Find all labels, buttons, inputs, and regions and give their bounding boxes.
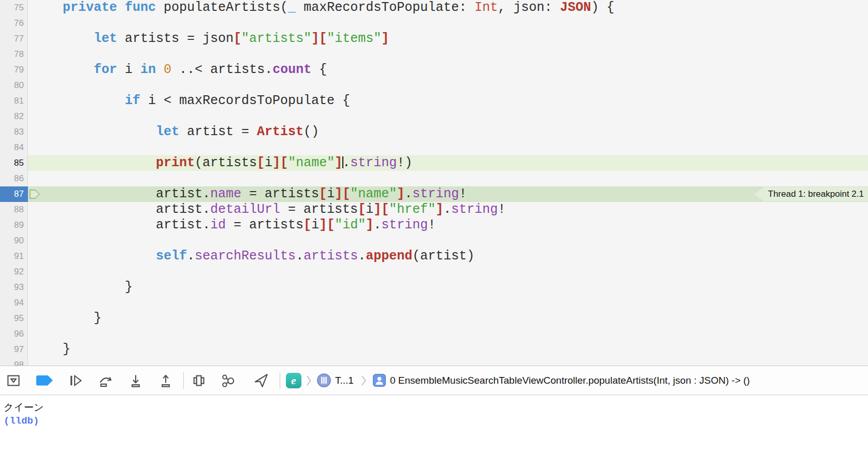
line-number[interactable]: 94: [0, 295, 28, 311]
code-line-77[interactable]: 77 let artists = json["artists"]["items"…: [0, 31, 868, 47]
code-line-83[interactable]: 83 let artist = Artist(): [0, 124, 868, 140]
code-text: print(artists[i]["name"].string!): [28, 155, 868, 171]
code-line-86[interactable]: 86: [0, 171, 868, 186]
code-text: }: [28, 280, 868, 295]
code-text: [28, 233, 868, 249]
code-line-98[interactable]: 98: [0, 357, 868, 366]
hide-debug-area-button[interactable]: [4, 370, 23, 391]
line-number[interactable]: 83: [0, 124, 28, 140]
stack-frame-label: 0 EnsembleMusicSearchTableViewController…: [390, 375, 750, 386]
app-icon-letter: e: [291, 374, 296, 387]
code-line-89[interactable]: 89 artist.id = artists[i]["id"].string!: [0, 217, 868, 233]
code-line-79[interactable]: 79 for i in 0 ..< artists.count {: [0, 62, 868, 78]
code-line-87[interactable]: 87 artist.name = artists[i]["name"].stri…: [0, 186, 868, 202]
lldb-prompt: (lldb): [4, 414, 868, 428]
line-number[interactable]: 76: [0, 16, 28, 31]
code-line-95[interactable]: 95 }: [0, 311, 868, 326]
chevron-right-icon: [360, 375, 367, 386]
code-line-81[interactable]: 81 if i < maxRecordsToPopulate {: [0, 93, 868, 109]
line-number[interactable]: 91: [0, 249, 28, 264]
breakpoint-marker[interactable]: 87: [0, 186, 28, 202]
code-line-91[interactable]: 91 self.searchResults.artists.append(art…: [0, 249, 868, 264]
line-number[interactable]: 90: [0, 233, 28, 249]
code-text: for i in 0 ..< artists.count {: [28, 62, 868, 78]
debug-bar: e T...1 0 EnsembleMusicSearchTableViewCo…: [0, 366, 868, 395]
code-text: [28, 171, 868, 186]
step-over-button[interactable]: [96, 370, 115, 391]
code-line-88[interactable]: 88 artist.detailUrl = artists[i]["href"]…: [0, 202, 868, 217]
code-text: let artists = json["artists"]["items"]: [28, 31, 868, 47]
code-line-76[interactable]: 76: [0, 16, 868, 31]
line-number[interactable]: 81: [0, 93, 28, 109]
code-text: [28, 295, 868, 311]
process-jump-item[interactable]: e: [286, 373, 301, 388]
code-text: let artist = Artist(): [28, 124, 868, 140]
code-line-75[interactable]: 75 private func populateArtists(_ maxRec…: [0, 0, 868, 16]
code-text: [28, 109, 868, 124]
line-number[interactable]: 97: [0, 342, 28, 357]
line-number[interactable]: 78: [0, 47, 28, 62]
toolbar-divider: [183, 372, 184, 389]
line-number[interactable]: 80: [0, 78, 28, 93]
step-over-icon: [97, 373, 114, 388]
line-number[interactable]: 89: [0, 217, 28, 233]
line-number[interactable]: 84: [0, 140, 28, 155]
step-out-button[interactable]: [156, 370, 175, 391]
code-line-78[interactable]: 78: [0, 47, 868, 62]
breakpoint-annotation[interactable]: Thread 1: breakpoint 2.1: [755, 187, 868, 201]
code-text: self.searchResults.artists.append(artist…: [28, 249, 868, 264]
simulate-location-button[interactable]: [252, 370, 270, 391]
breakpoints-toggle-button[interactable]: [35, 370, 54, 391]
code-text: [28, 140, 868, 155]
code-line-96[interactable]: 96: [0, 326, 868, 342]
location-arrow-icon: [253, 373, 269, 388]
stack-frame-jump-item[interactable]: 0 EnsembleMusicSearchTableViewController…: [372, 373, 750, 387]
line-number[interactable]: 86: [0, 171, 28, 186]
debug-view-hierarchy-button[interactable]: [190, 370, 208, 391]
code-line-84[interactable]: 84: [0, 140, 868, 155]
code-text: [28, 78, 868, 93]
line-number[interactable]: 96: [0, 326, 28, 342]
console-output-line: クイーン: [4, 400, 868, 414]
code-text: [28, 326, 868, 342]
memory-graph-icon: [220, 373, 236, 388]
code-line-90[interactable]: 90: [0, 233, 868, 249]
app-icon: e: [286, 373, 301, 388]
code-text: }: [28, 342, 868, 357]
thread-label: T...1: [335, 375, 354, 386]
code-text: if i < maxRecordsToPopulate {: [28, 93, 868, 109]
view-hierarchy-icon: [191, 373, 207, 388]
line-number[interactable]: 93: [0, 280, 28, 295]
debug-console[interactable]: クイーン (lldb): [0, 395, 868, 465]
continue-execution-button[interactable]: [66, 370, 85, 391]
code-text: private func populateArtists(_ maxRecord…: [28, 0, 868, 16]
line-number[interactable]: 85: [0, 155, 28, 171]
thread-jump-item[interactable]: T...1: [316, 373, 354, 388]
code-text: artist.name = artists[i]["name"].string!: [28, 186, 868, 202]
line-number[interactable]: 98: [0, 357, 28, 366]
code-line-85[interactable]: 85 print(artists[i]["name"].string!): [0, 155, 868, 171]
line-number[interactable]: 75: [0, 0, 28, 16]
code-line-92[interactable]: 92: [0, 264, 868, 280]
code-text: [28, 16, 868, 31]
hide-debug-area-icon: [6, 373, 21, 388]
line-number[interactable]: 77: [0, 31, 28, 47]
thread-icon: [316, 373, 331, 388]
debug-memory-graph-button[interactable]: [219, 370, 237, 391]
stack-frame-person-icon: [372, 373, 386, 387]
line-number[interactable]: 95: [0, 311, 28, 326]
code-line-80[interactable]: 80: [0, 78, 868, 93]
line-number[interactable]: 82: [0, 109, 28, 124]
line-number[interactable]: 92: [0, 264, 28, 280]
code-line-94[interactable]: 94: [0, 295, 868, 311]
chevron-right-icon: [305, 375, 312, 386]
code-text: artist.id = artists[i]["id"].string!: [28, 217, 868, 233]
code-line-97[interactable]: 97 }: [0, 342, 868, 357]
source-editor[interactable]: 75 private func populateArtists(_ maxRec…: [0, 0, 868, 366]
line-number[interactable]: 79: [0, 62, 28, 78]
line-number[interactable]: 88: [0, 202, 28, 217]
code-line-93[interactable]: 93 }: [0, 280, 868, 295]
step-into-button[interactable]: [126, 370, 145, 391]
code-text: [28, 357, 868, 366]
code-line-82[interactable]: 82: [0, 109, 868, 124]
